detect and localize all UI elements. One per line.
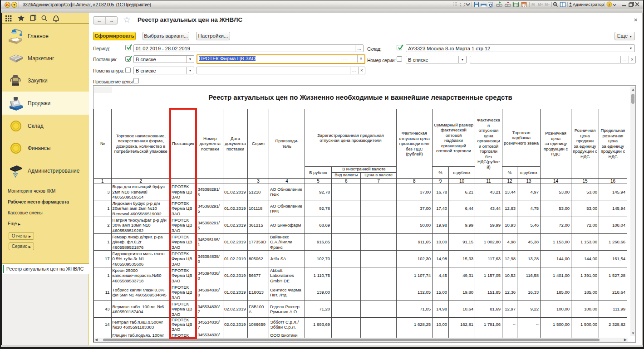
svg-text:M: M xyxy=(531,2,535,7)
svg-text:M–: M– xyxy=(545,2,550,7)
svg-text:M+: M+ xyxy=(538,2,543,7)
svg-text:Администратор: Администратор xyxy=(573,2,604,7)
